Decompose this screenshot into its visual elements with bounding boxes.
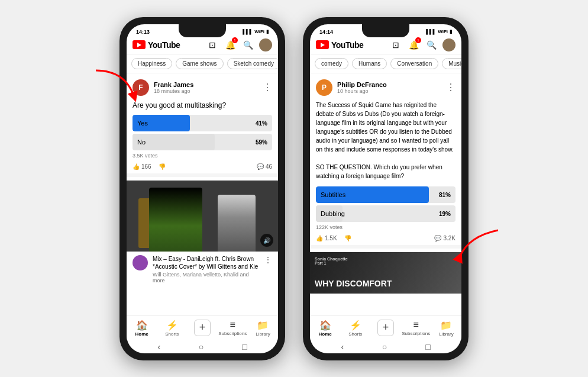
nav-shorts-left[interactable]: ⚡ Shorts [157,318,187,338]
chip-conversation[interactable]: Conversation [390,58,438,69]
poll-pct-subtitles: 81% [439,191,451,198]
overview-button-left[interactable]: □ [242,342,247,352]
thumbs-down-icon-right: 👎 [344,235,351,241]
post-more-button-right[interactable]: ⋮ [446,82,455,93]
chip-music[interactable]: Music [442,58,461,69]
nav-home-left[interactable]: 🏠 Home [127,318,157,338]
poll-option-subtitles[interactable]: Subtitles 81% [316,186,455,203]
signal-icon-left: ▌▌▌ [243,29,253,34]
nav-add-left[interactable]: + [187,318,217,338]
like-button-left[interactable]: 👍 166 [133,163,151,170]
cast-icon-right: ⊡ [392,40,399,50]
post-actions-left: 👍 166 👎 💬 46 [133,163,272,170]
comment-icon-left: 💬 [257,163,264,170]
thumbs-up-icon-left: 👍 [133,163,140,170]
poll-pct-yes: 41% [256,120,267,127]
chip-humans[interactable]: Humans [352,58,387,69]
thumb-channel-name: Sonia ChoquettePart 1 [315,257,348,265]
dislike-button-right[interactable]: 👎 [344,235,351,241]
poll-label-yes: Yes [137,120,148,127]
video-meta-left: Mix – Easy - DaniLeigh ft. Chris Brown *… [153,255,259,283]
yt-logo-text-right: YouTube [331,40,363,50]
chip-comedy[interactable]: comedy [315,58,348,69]
bell-button-right[interactable]: 🔔 1 [407,38,420,51]
left-screen-content[interactable]: F Frank James 18 minutes ago ⋮ Are you g… [127,73,278,315]
chip-sketch-comedy[interactable]: Sketch comedy [227,58,278,69]
video-title-left: Mix – Easy - DaniLeigh ft. Chris Brown *… [153,255,259,270]
home-button-left[interactable]: ○ [199,342,203,352]
search-icon-right: 🔍 [427,40,437,50]
home-label-left: Home [135,331,148,337]
post-header-right: P Philip DeFranco 10 hours ago ⋮ [316,79,455,96]
left-phone-wrapper: 14:13 ▌▌▌ WiFi ▮ YouTube ⊡ [119,17,285,360]
like-count-left: 166 [141,163,151,170]
user-avatar-right[interactable] [442,38,455,51]
yt-header-left: YouTube ⊡ 🔔 1 🔍 [127,36,278,54]
nav-library-right[interactable]: 📁 Library [431,318,461,338]
poll-option-dubbing[interactable]: Dubbing 19% [316,205,455,222]
back-button-right[interactable]: ‹ [341,342,344,352]
yt-logo-left: YouTube [133,40,180,50]
nav-subscriptions-right[interactable]: ≡ Subscriptions [401,318,431,338]
poll-option-no[interactable]: No 59% [133,134,272,150]
library-icon-left: 📁 [257,320,269,331]
right-screen-content[interactable]: P Philip DeFranco 10 hours ago ⋮ The Suc… [310,73,461,315]
video-more-button-left[interactable]: ⋮ [264,255,272,283]
thumbs-down-icon-left: 👎 [159,163,166,170]
video-thumbnail-left: 🔊 [127,181,278,252]
nav-home-right[interactable]: 🏠 Home [310,318,340,338]
time-left: 14:13 [136,29,150,35]
video-card-left[interactable]: 🔊 Mix – Easy - DaniLeigh ft. Chris Brown… [127,177,278,291]
comment-icon-right: 💬 [434,235,441,241]
right-phone-wrapper: 14:14 ▌▌▌ WiFi ▮ YouTube ⊡ [303,17,469,360]
home-button-right[interactable]: ○ [382,342,387,352]
subscriptions-icon-left: ≡ [230,320,235,330]
yt-logo-icon-left [133,40,146,49]
phone-notch-right [362,24,409,37]
add-icon-left: + [194,320,211,336]
wifi-icon-left: WiFi [254,29,264,34]
battery-icon-right: ▮ [450,29,452,34]
post-time-right: 10 hours ago [337,88,446,94]
nav-add-right[interactable]: + [370,318,400,338]
bottom-nav-left: 🏠 Home ⚡ Shorts + ≡ Subscriptions 📁 Libr… [127,315,278,340]
nav-subscriptions-left[interactable]: ≡ Subscriptions [218,318,248,338]
chip-happiness[interactable]: Happiness [131,58,172,69]
chip-game-shows[interactable]: Game shows [176,58,223,69]
cast-button-right[interactable]: ⊡ [389,38,402,51]
home-label-right: Home [318,331,331,337]
poll-option-yes[interactable]: Yes 41% [133,115,272,131]
video-card-right[interactable]: Sonia ChoquettePart 1 WHY DISCOMFORT [310,249,461,297]
poll-label-dubbing: Dubbing [321,210,345,217]
poll-pct-dubbing: 19% [439,210,451,217]
post-actions-right: 👍 1.5K 👎 💬 3.2K [316,235,455,241]
battery-icon-left: ▮ [266,29,269,34]
time-right: 14:14 [319,29,333,35]
status-icons-left: ▌▌▌ WiFi ▮ [243,29,269,34]
post-author-name-left: Frank James [154,81,263,88]
home-icon-left: 🏠 [136,320,148,331]
video-sub-left: Will Gittens, Mariana Velletto, Khalid a… [153,272,259,283]
dislike-button-left[interactable]: 👎 [159,163,166,170]
post-question-left: Are you good at multitasking? [133,101,272,111]
post-more-button-left[interactable]: ⋮ [263,82,272,93]
cast-button-left[interactable]: ⊡ [206,38,219,51]
like-button-right[interactable]: 👍 1.5K [316,235,337,241]
overview-button-right[interactable]: □ [425,342,430,352]
comment-button-right[interactable]: 💬 3.2K [434,235,455,241]
user-avatar-left[interactable] [259,38,272,51]
post-header-left: F Frank James 18 minutes ago ⋮ [133,79,272,96]
thumbs-up-icon-right: 👍 [316,235,323,241]
person-right-visual [218,195,256,252]
yt-logo-right: YouTube [316,40,363,50]
post-author-name-right: Philip DeFranco [337,81,446,88]
comment-button-left[interactable]: 💬 46 [257,163,272,170]
search-button-left[interactable]: 🔍 [241,38,254,51]
nav-shorts-right[interactable]: ⚡ Shorts [340,318,370,338]
search-button-right[interactable]: 🔍 [425,38,438,51]
back-button-left[interactable]: ‹ [157,342,160,352]
signal-icon-right: ▌▌▌ [426,29,436,34]
poll-pct-no: 59% [256,139,267,146]
nav-library-left[interactable]: 📁 Library [248,318,278,338]
bell-button-left[interactable]: 🔔 1 [224,38,237,51]
